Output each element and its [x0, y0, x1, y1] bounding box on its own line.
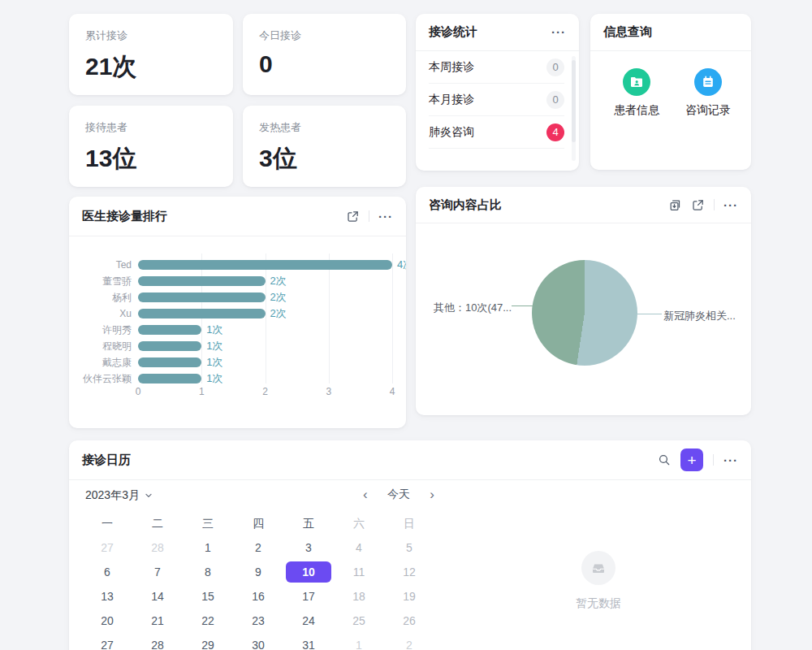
bar — [138, 292, 266, 302]
calendar-day[interactable]: 3 — [283, 535, 334, 560]
save-image-icon[interactable] — [668, 198, 682, 212]
bar — [138, 358, 201, 367]
pie-leader-line — [512, 306, 533, 306]
calendar-day[interactable]: 17 — [283, 584, 334, 609]
stat-row[interactable]: 本周接诊0 — [429, 51, 564, 84]
day-number: 15 — [185, 586, 231, 607]
scrollbar-track — [572, 56, 576, 161]
day-number: 11 — [336, 561, 382, 583]
next-month-button[interactable]: › — [430, 488, 434, 502]
scrollbar-thumb[interactable] — [572, 60, 576, 142]
calendar-day[interactable]: 9 — [233, 560, 283, 584]
calendar-day[interactable]: 16 — [233, 584, 283, 609]
calendar-day[interactable]: 8 — [183, 560, 233, 584]
calendar-week-row: 272812345 — [82, 535, 434, 560]
more-menu-icon[interactable]: ··· — [551, 26, 566, 38]
calendar-day[interactable]: 30 — [233, 633, 283, 650]
calendar-day[interactable]: 28 — [132, 535, 183, 560]
calendar-day[interactable]: 2 — [233, 535, 283, 560]
calendar-day[interactable]: 28 — [132, 633, 183, 650]
calendar-day[interactable]: 4 — [334, 535, 384, 560]
day-number: 20 — [84, 610, 130, 631]
more-menu-icon[interactable]: ··· — [378, 210, 393, 223]
calendar-day[interactable]: 14 — [132, 584, 183, 609]
bar-value-label: 2次 — [270, 308, 287, 319]
calendar-day[interactable]: 22 — [183, 609, 233, 633]
weekday-header: 三 — [183, 513, 233, 535]
expand-icon[interactable] — [691, 198, 705, 212]
day-number: 6 — [84, 561, 130, 583]
calendar-day[interactable]: 12 — [384, 560, 434, 584]
stat-badge: 0 — [546, 58, 564, 76]
divider — [416, 223, 751, 223]
calendar-day[interactable]: 23 — [233, 609, 283, 633]
day-number: 16 — [235, 586, 281, 607]
card-today-visits: 今日接诊 0 — [243, 14, 406, 95]
bar-row: 戴志康1次 — [69, 354, 406, 370]
calendar-day[interactable]: 10 — [283, 560, 334, 584]
calendar-day[interactable]: 25 — [334, 609, 384, 633]
bar-category-label: 许明秀 — [69, 323, 138, 337]
more-menu-icon[interactable]: ··· — [723, 454, 738, 466]
metric-value: 21次 — [85, 50, 217, 84]
x-axis-tick: 0 — [130, 386, 146, 397]
stat-label: 本周接诊 — [429, 60, 474, 75]
calendar-day[interactable]: 18 — [334, 584, 384, 609]
stat-row[interactable]: 肺炎咨询4 — [429, 116, 564, 149]
day-number: 1 — [185, 537, 231, 558]
calendar-week-row: 6789101112 — [82, 560, 434, 584]
stats-list: 本周接诊0本月接诊0肺炎咨询4 — [416, 51, 579, 149]
calendar-day[interactable]: 29 — [183, 633, 233, 650]
bar-track: 2次 — [138, 276, 392, 286]
bar-value-label: 1次 — [206, 357, 222, 368]
stat-row[interactable]: 本月接诊0 — [429, 84, 564, 116]
bar-row: 伙伴云张颖1次 — [69, 370, 406, 387]
shortcut-label: 咨询记录 — [685, 103, 731, 118]
day-number: 2 — [235, 537, 281, 558]
expand-icon[interactable] — [346, 210, 360, 223]
bar-value-label: 4次 — [397, 259, 406, 271]
day-number: 5 — [387, 537, 432, 558]
x-axis-tick: 4 — [384, 386, 400, 397]
calendar-day[interactable]: 31 — [283, 633, 334, 650]
calendar-day[interactable]: 7 — [132, 560, 183, 584]
calendar-day[interactable]: 26 — [384, 609, 434, 633]
day-number: 31 — [286, 635, 331, 650]
card-fever-patients: 发热患者 3位 — [243, 106, 406, 187]
day-number: 26 — [387, 610, 432, 631]
calendar-day[interactable]: 21 — [132, 609, 183, 633]
pie-label-covid: 新冠肺炎相关... — [663, 309, 736, 323]
weekday-header: 日 — [384, 513, 434, 535]
month-selector[interactable]: 2023年3月 — [85, 488, 153, 503]
calendar-day[interactable]: 5 — [384, 535, 434, 560]
calendar-day[interactable]: 15 — [183, 584, 233, 609]
day-number: 21 — [135, 610, 180, 631]
card-visit-stats: 接诊统计 ··· 本周接诊0本月接诊0肺炎咨询4 — [416, 14, 579, 171]
prev-month-button[interactable]: ‹ — [363, 488, 368, 502]
patient-info-shortcut[interactable]: 患者信息 — [613, 68, 660, 118]
calendar-day[interactable]: 1 — [183, 535, 233, 560]
more-menu-icon[interactable]: ··· — [723, 199, 738, 211]
calendar-day[interactable]: 27 — [82, 633, 132, 650]
add-event-button[interactable]: + — [680, 448, 703, 471]
bar-row: Ted4次 — [69, 257, 406, 273]
day-number: 18 — [336, 586, 382, 607]
calendar-day[interactable]: 2 — [384, 633, 434, 650]
calendar-day[interactable]: 27 — [82, 535, 132, 560]
card-title: 接诊日历 — [82, 453, 131, 468]
calendar-day[interactable]: 20 — [82, 609, 132, 633]
calendar-day[interactable]: 1 — [334, 633, 384, 650]
search-icon[interactable] — [657, 453, 671, 467]
bar — [138, 276, 266, 286]
today-button[interactable]: 今天 — [387, 488, 410, 502]
card-title: 咨询内容占比 — [429, 197, 502, 213]
stat-label: 肺炎咨询 — [429, 125, 474, 140]
consult-record-shortcut[interactable]: 咨询记录 — [685, 68, 732, 118]
bar-track: 2次 — [138, 292, 392, 302]
calendar-day[interactable]: 24 — [283, 609, 334, 633]
calendar-day[interactable]: 6 — [82, 560, 132, 584]
bar-row: 董雪骄2次 — [69, 273, 406, 289]
calendar-day[interactable]: 19 — [384, 584, 434, 609]
calendar-day[interactable]: 13 — [82, 584, 132, 609]
calendar-day[interactable]: 11 — [334, 560, 384, 584]
